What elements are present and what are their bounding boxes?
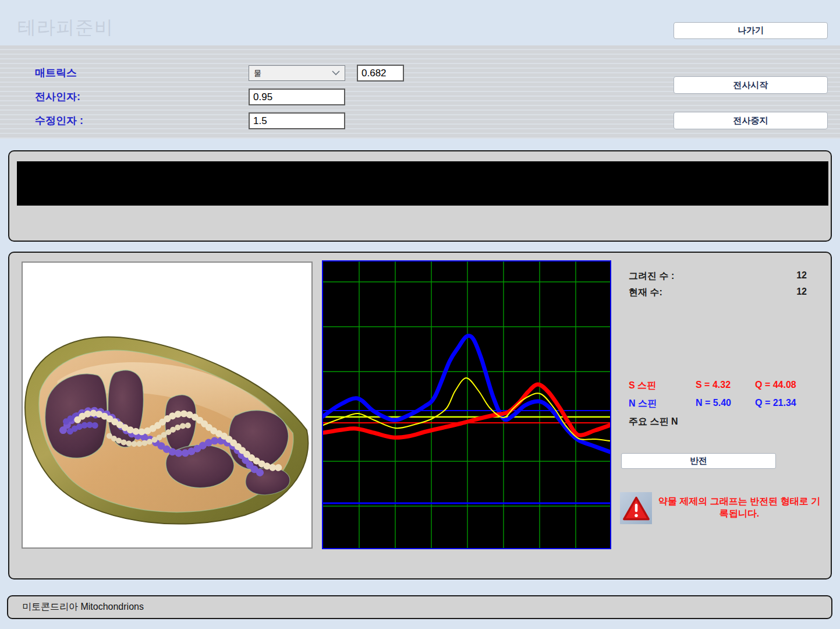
page-title: 테라피준비 [17,15,114,41]
n-spin-value: N = 5.40 [696,398,731,408]
organ-name-label: 미토콘드리아 Mitochondrions [22,601,144,613]
s-spin-q-value: Q = 44.08 [755,380,796,390]
warning-icon [620,492,652,524]
matrix-select-value: 물 [254,68,261,79]
s-spin-value: S = 4.32 [696,380,731,390]
correction-factor-label: 수정인자 : [35,114,83,128]
spectrum-chart-svg [323,262,610,548]
matrix-select[interactable]: 물 [249,65,345,81]
n-spin-label: N 스핀 [629,398,657,410]
transcription-factor-label: 전사인자: [35,90,80,104]
drawn-count-value: 12 [758,270,807,281]
exit-button[interactable]: 나가기 [674,22,828,39]
main-spin-label: 주요 스핀 N [629,416,678,428]
s-spin-label: S 스핀 [629,380,656,392]
stop-transcription-button[interactable]: 전사중지 [674,112,828,129]
chevron-down-icon [332,69,340,77]
footer-bar: 미토콘드리아 Mitochondrions [7,595,832,619]
warning-triangle-icon [622,496,650,521]
correction-factor-input[interactable] [249,112,345,129]
therapy-preparation-window: { "window": { "title": "테라피준비", "exit_bu… [0,0,840,629]
progress-panel [8,150,832,242]
spectrum-chart [322,260,611,549]
main-panel: 그려진 수 : 12 현재 수: 12 S 스핀 S = 4.32 Q = 44… [8,252,832,579]
n-spin-q-value: Q = 21.34 [755,398,796,408]
organ-image-panel [22,262,313,549]
transcription-factor-input[interactable] [249,89,345,105]
current-count-label: 현재 수: [629,287,662,299]
start-transcription-button[interactable]: 전사시작 [674,76,828,94]
invert-button[interactable]: 반전 [621,453,776,469]
mitochondria-illustration [23,263,311,547]
matrix-value-input[interactable] [357,65,404,82]
warning-text: 약물 제제의 그래프는 반전된 형태로 기록됩니다. [654,495,824,520]
current-count-value: 12 [758,287,807,297]
progress-display [17,161,828,206]
matrix-label: 매트릭스 [35,66,77,80]
drawn-count-label: 그려진 수 : [629,270,674,282]
